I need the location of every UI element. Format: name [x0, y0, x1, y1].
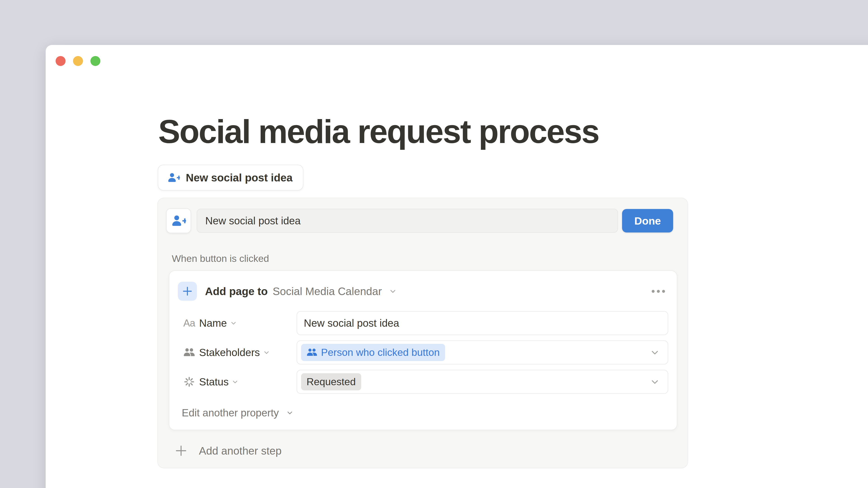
- chevron-down-icon: [650, 377, 660, 387]
- close-button[interactable]: [56, 56, 66, 66]
- chevron-down-icon: [263, 349, 270, 356]
- automation-step-card: Add page to Social Media Calendar: [169, 270, 677, 430]
- property-row-name: Aa Name: [183, 311, 668, 335]
- name-value-field[interactable]: [297, 311, 668, 335]
- person-plus-icon: [167, 172, 180, 183]
- button-editor-panel: Done When button is clicked Add page to …: [157, 198, 688, 468]
- name-value-input[interactable]: [301, 317, 647, 329]
- chevron-down-icon: [286, 409, 293, 417]
- person-plus-icon: [171, 214, 186, 227]
- done-button[interactable]: Done: [622, 209, 673, 232]
- people-icon: [183, 348, 195, 357]
- chevron-down-icon: [230, 320, 237, 327]
- people-icon: [307, 348, 317, 357]
- status-spinner-icon: [183, 377, 195, 387]
- minimize-button[interactable]: [73, 56, 83, 66]
- page-title: Social media request process: [158, 113, 599, 151]
- target-database-select[interactable]: Social Media Calendar: [273, 285, 397, 297]
- property-rows: Aa Name: [183, 311, 668, 394]
- edit-another-property-button[interactable]: Edit another property: [182, 408, 293, 418]
- chevron-down-icon: [650, 347, 660, 358]
- button-icon-picker[interactable]: [166, 208, 191, 233]
- target-database-label: Social Media Calendar: [273, 285, 382, 297]
- add-page-step-icon: [178, 282, 197, 301]
- add-another-step-button[interactable]: Add another step: [175, 443, 282, 458]
- step-action-label: Add page to: [205, 285, 268, 297]
- plus-icon: [175, 444, 188, 457]
- editor-header-row: Done: [166, 208, 677, 233]
- new-social-post-idea-button[interactable]: New social post idea: [158, 165, 303, 191]
- property-selector-name[interactable]: Aa Name: [183, 317, 297, 329]
- stakeholders-value-pill: Person who clicked button: [301, 344, 445, 361]
- text-property-icon: Aa: [183, 318, 195, 329]
- chevron-down-icon: [389, 287, 397, 295]
- button-name-input[interactable]: [197, 209, 618, 233]
- property-row-status: Status Requested: [183, 370, 668, 394]
- status-select[interactable]: Requested: [297, 370, 668, 394]
- zoom-button[interactable]: [90, 56, 100, 66]
- step-menu-button[interactable]: [652, 290, 665, 293]
- window-controls: [56, 56, 100, 66]
- status-value-pill: Requested: [301, 373, 361, 390]
- trigger-button-label: New social post idea: [186, 171, 292, 184]
- property-row-stakeholders: Stakeholders: [183, 340, 668, 364]
- property-selector-status[interactable]: Status: [183, 376, 297, 388]
- property-selector-stakeholders[interactable]: Stakeholders: [183, 346, 297, 359]
- desktop-background: { "colors": { "desktop_bg": "#d8d8e0", "…: [0, 0, 868, 488]
- trigger-caption: When button is clicked: [172, 253, 677, 265]
- app-window: Social media request process New social …: [46, 45, 868, 488]
- stakeholders-select[interactable]: Person who clicked button: [297, 340, 668, 364]
- chevron-down-icon: [231, 378, 239, 385]
- step-header: Add page to Social Media Calendar: [178, 282, 668, 301]
